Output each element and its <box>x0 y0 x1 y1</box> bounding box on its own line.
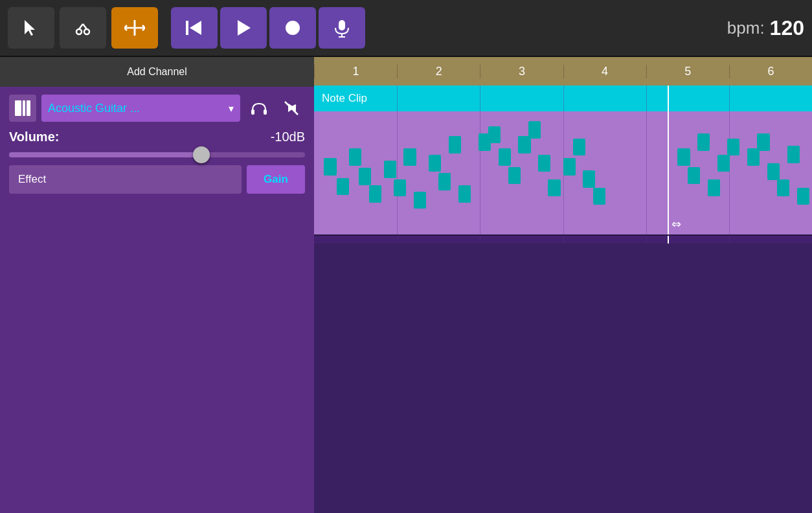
headphones-button[interactable] <box>245 95 273 122</box>
note-block <box>528 121 541 139</box>
note-block <box>777 179 789 197</box>
note-block <box>488 126 501 144</box>
resize-handle[interactable]: ⇔ <box>668 215 686 233</box>
svg-point-11 <box>286 21 300 35</box>
note-block <box>677 148 690 166</box>
channel-strip: Acoustic Guitar ... ▾ <box>0 87 314 201</box>
ruler: 1 2 3 4 5 6 <box>314 57 812 86</box>
svg-line-3 <box>79 24 83 29</box>
resize-tool-button[interactable] <box>111 7 158 49</box>
note-block <box>518 136 530 154</box>
add-channel-bar[interactable]: Add Channel <box>0 57 314 87</box>
note-block <box>787 146 800 163</box>
main-area: Add Channel Acoustic Guitar ... ▾ <box>0 57 812 513</box>
record-button[interactable] <box>269 7 316 49</box>
effect-button[interactable]: Effect <box>9 165 242 194</box>
left-panel: Add Channel Acoustic Guitar ... ▾ <box>0 57 314 513</box>
transport-group <box>171 7 365 49</box>
note-block <box>438 173 451 190</box>
note-block <box>688 167 700 185</box>
note-block <box>708 179 720 197</box>
slider-thumb[interactable] <box>193 146 210 163</box>
note-block <box>508 167 521 185</box>
svg-point-2 <box>84 29 89 34</box>
note-block <box>797 188 809 205</box>
note-block <box>384 161 396 178</box>
channel-icon-button[interactable] <box>9 95 36 122</box>
channel-name-dropdown[interactable]: Acoustic Guitar ... ▾ <box>41 95 240 122</box>
note-block <box>548 179 560 197</box>
mute-button[interactable] <box>278 95 305 122</box>
note-block <box>449 136 461 154</box>
dropdown-arrow-icon: ▾ <box>229 102 234 115</box>
note-block <box>717 155 730 172</box>
ruler-mark-3: 3 <box>480 65 563 78</box>
volume-slider[interactable] <box>9 152 305 157</box>
timeline: 1 2 3 4 5 6 Note Clip <box>314 57 812 513</box>
svg-marker-9 <box>190 21 201 35</box>
channel-name-text: Acoustic Guitar ... <box>48 102 140 115</box>
note-block <box>414 192 426 209</box>
note-block <box>324 158 336 176</box>
svg-line-4 <box>83 24 87 29</box>
notes-container <box>314 111 812 234</box>
cursor-tool-button[interactable] <box>8 7 54 49</box>
note-block <box>403 148 416 166</box>
ruler-mark-1: 1 <box>314 65 397 78</box>
svg-point-1 <box>76 29 82 34</box>
ruler-mark-5: 5 <box>646 65 729 78</box>
piano-roll-area[interactable] <box>314 236 812 244</box>
volume-label: Volume: <box>9 130 59 144</box>
note-clip-label: Note Clip <box>322 92 367 105</box>
note-block <box>747 148 760 166</box>
bpm-display: bpm: 120 <box>727 16 804 40</box>
note-block <box>697 133 710 151</box>
slider-fill <box>9 152 201 157</box>
svg-rect-15 <box>15 100 21 116</box>
track-area[interactable]: Note Clip <box>314 86 812 513</box>
piano-row <box>314 243 812 244</box>
note-block <box>394 179 406 197</box>
rewind-button[interactable] <box>171 7 218 49</box>
note-block <box>349 148 361 166</box>
ruler-mark-2: 2 <box>397 65 480 78</box>
note-clip-row[interactable]: Note Clip <box>314 86 812 234</box>
note-block <box>369 185 381 203</box>
note-block <box>458 185 471 203</box>
channel-header: Acoustic Guitar ... ▾ <box>9 95 305 122</box>
play-button[interactable] <box>220 7 267 49</box>
note-block <box>757 133 769 151</box>
note-block <box>359 168 371 185</box>
svg-rect-12 <box>339 20 345 30</box>
svg-marker-0 <box>25 20 35 36</box>
note-block <box>573 139 585 156</box>
note-block <box>499 148 511 166</box>
ruler-mark-6: 6 <box>729 65 812 78</box>
svg-rect-18 <box>251 109 254 115</box>
scissors-tool-button[interactable] <box>60 7 106 49</box>
effects-row: Effect Gain <box>9 165 305 194</box>
ruler-mark-4: 4 <box>563 65 646 78</box>
note-block <box>337 178 349 196</box>
bpm-label: bpm: <box>727 18 765 38</box>
gain-button[interactable]: Gain <box>247 165 305 194</box>
svg-rect-8 <box>186 21 188 35</box>
svg-rect-17 <box>27 100 30 116</box>
mic-button[interactable] <box>319 7 365 49</box>
note-block <box>593 188 605 205</box>
note-block <box>429 155 441 172</box>
svg-rect-16 <box>23 100 25 116</box>
svg-rect-19 <box>264 109 267 115</box>
bpm-value: 120 <box>770 16 804 40</box>
svg-marker-10 <box>238 20 251 36</box>
volume-row: Volume: -10dB <box>9 130 305 144</box>
toolbar: bpm: 120 <box>0 0 812 57</box>
note-block <box>563 158 576 176</box>
note-block <box>538 155 550 172</box>
note-block <box>727 139 739 156</box>
volume-value: -10dB <box>271 130 305 144</box>
note-block <box>583 170 595 188</box>
note-block <box>767 163 780 181</box>
add-channel-label: Add Channel <box>127 66 187 78</box>
